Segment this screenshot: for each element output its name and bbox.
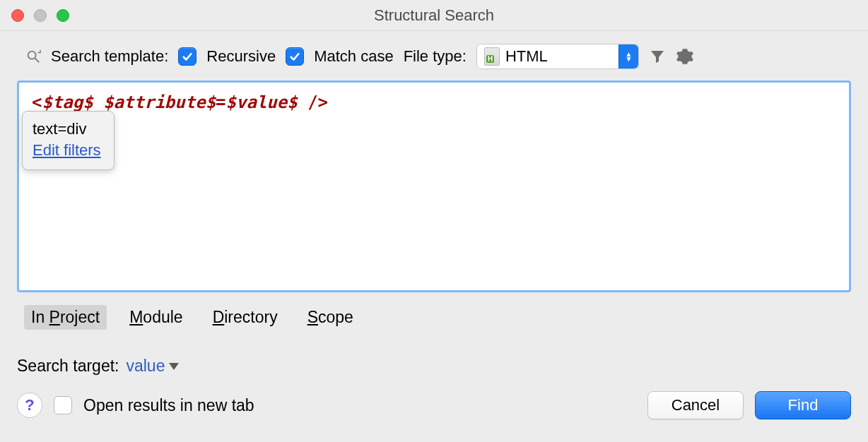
- file-type-html-icon: H: [484, 47, 500, 66]
- scope-tab-directory[interactable]: Directory: [206, 305, 285, 330]
- search-target-dropdown[interactable]: value: [126, 357, 179, 376]
- scope-tab-in-project[interactable]: In Project: [24, 305, 107, 330]
- gear-icon[interactable]: [676, 47, 694, 66]
- window-minimize-button[interactable]: [34, 9, 47, 22]
- tok-space: [93, 92, 103, 112]
- open-results-checkbox[interactable]: [54, 396, 72, 414]
- traffic-lights: [11, 9, 69, 22]
- tok-open: <: [32, 92, 42, 112]
- file-type-select[interactable]: H HTML ▲▼: [476, 44, 639, 69]
- open-results-label: Open results in new tab: [83, 396, 254, 415]
- file-type-label: File type:: [404, 47, 467, 66]
- window-title: Structural Search: [0, 6, 868, 25]
- tok-var-value: $value$: [226, 92, 298, 112]
- find-button[interactable]: Find: [755, 391, 851, 419]
- cancel-button[interactable]: Cancel: [647, 391, 744, 419]
- recursive-label: Recursive: [206, 47, 276, 66]
- search-template-label: Search template:: [51, 47, 168, 66]
- scope-tab-scope[interactable]: Scope: [300, 305, 360, 330]
- search-target-label: Search target:: [17, 357, 119, 376]
- match-case-checkbox[interactable]: [286, 47, 304, 66]
- scope-tabs: In Project Module Directory Scope: [0, 301, 868, 337]
- tok-eq: =: [216, 92, 225, 112]
- tok-var-tag: $tag$: [42, 92, 93, 112]
- search-target-value: value: [126, 357, 165, 376]
- filter-icon[interactable]: [649, 48, 666, 65]
- tok-close: />: [298, 92, 328, 112]
- edit-filters-link[interactable]: Edit filters: [33, 141, 101, 159]
- search-target-row: Search target: value: [0, 337, 868, 381]
- svg-line-1: [35, 59, 40, 63]
- recursive-checkbox[interactable]: [178, 47, 197, 66]
- tok-var-attribute: $attribute$: [103, 92, 216, 112]
- variable-tooltip: text=div Edit filters: [22, 111, 115, 170]
- help-button[interactable]: ?: [17, 393, 42, 418]
- match-case-label: Match case: [314, 47, 394, 66]
- file-type-value: HTML: [505, 47, 548, 66]
- file-type-stepper[interactable]: ▲▼: [618, 44, 638, 68]
- titlebar: Structural Search: [0, 0, 868, 31]
- window-close-button[interactable]: [11, 9, 24, 22]
- scope-tab-module[interactable]: Module: [122, 305, 189, 330]
- dialog-footer: ? Open results in new tab Cancel Find: [0, 381, 868, 419]
- tooltip-text-line: text=div: [33, 119, 101, 140]
- search-toolbar: Search template: Recursive Match case Fi…: [0, 31, 868, 78]
- search-icon[interactable]: [25, 49, 41, 64]
- chevron-down-icon: [169, 363, 179, 370]
- window-zoom-button[interactable]: [57, 9, 69, 22]
- svg-point-0: [28, 52, 36, 59]
- template-editor[interactable]: <$tag$ $attribute$=$value$ /> text=div E…: [17, 80, 851, 292]
